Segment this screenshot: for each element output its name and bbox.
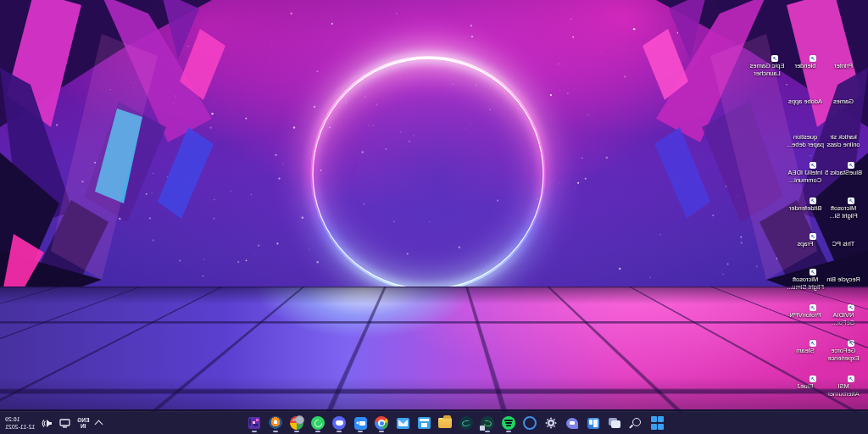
desktop-icon-label: Steam [786,348,825,355]
steam-icon[interactable] [289,415,305,432]
running-indicator [507,431,512,432]
mirrored-windows-desktop[interactable]: Printer↗blender↗Epic Games LauncherGames… [0,0,868,434]
desktop-icon-label: kartick sir online class [824,134,863,148]
spotify-icon[interactable] [501,415,517,432]
blender-icon: ↗ [795,41,815,61]
running-indicator [337,431,342,432]
desktop-icon-label: question paper debe... [786,134,825,148]
desktop-icon-label: This PC [824,241,863,248]
task-view-icon[interactable] [607,415,623,432]
language-indicator[interactable]: ENG IN [77,417,89,429]
pixel-app-icon[interactable] [247,415,263,432]
search-icon[interactable] [628,415,644,432]
running-indicator [316,431,321,432]
taskbar[interactable]: ENG IN 16:29 12-11-2021 [0,411,868,434]
shortcut-arrow-badge: ↗ [810,269,816,275]
geforce-experience-icon[interactable] [459,415,475,432]
desktop-icon-label: blender [786,63,825,70]
desktop-icon-label: Adobe apps [786,98,825,106]
recycle-bin-icon [833,254,854,275]
running-indicator [486,431,491,432]
language-line1: ENG [77,417,89,423]
bluej-icon: ↗ [795,361,815,381]
desktop-icon-label: MSI Afterburner [824,383,863,398]
settings-icon[interactable] [543,415,559,432]
adobe-apps-icon [795,76,815,97]
running-indicator [253,431,258,432]
zoom-icon[interactable] [353,415,369,432]
volume-icon[interactable] [42,419,53,428]
desktop-icon-label: GeForce Experience [824,348,863,362]
desktop-icon-protonvpn[interactable]: ↗ProtonVPN [786,290,825,320]
microsoft-flight-simu-icon: ↗ [795,254,815,275]
desktop-icon-label: BlueJ [786,383,825,391]
shortcut-arrow-badge: ↗ [810,162,816,169]
desktop-icon-msi-afterburner[interactable]: ↗MSI Afterburner [824,361,863,398]
desktop-icon-blender[interactable]: ↗blender [786,41,825,70]
desktop-icon-label: Fraps [786,241,825,248]
clock-date: 12-11-2021 [5,423,35,431]
desktop-icon-geforce-experience[interactable]: ↗GeForce Experience [824,326,863,362]
teams-chat-icon[interactable] [565,415,581,432]
microsoft-store-icon[interactable] [416,415,432,432]
desktop-icon-bitdefender[interactable]: ↗Bitdefender [786,183,825,213]
shortcut-arrow-badge: ↗ [848,340,854,347]
desktop-icon-fraps[interactable]: ↗Fraps [786,219,825,248]
running-indicator [295,431,300,432]
kartick-sir-online-class-icon [833,112,854,132]
intellij-idea-community-icon: ↗ [795,147,815,168]
shortcut-arrow-badge: ↗ [810,340,816,347]
desktop-icon-nvidia-geforce[interactable]: ↗NVIDIA GeFor... [824,290,863,326]
shortcut-arrow-badge: ↗ [810,198,816,204]
desktop-icon-label: ProtonVPN [786,312,825,320]
start-button[interactable] [649,415,665,432]
desktop-icon-bluestacks-5[interactable]: ↗BlueStacks 5 [824,147,863,177]
microsoft-flight-simulator-icon: ↗ [833,183,854,203]
desktop-icon-adobe-apps[interactable]: Adobe apps [786,76,825,106]
running-indicator [274,431,279,432]
desktop-icon-bluej[interactable]: ↗BlueJ [786,361,825,391]
desktop-icon-kartick-sir-online-class[interactable]: kartick sir online class [824,112,863,148]
desktop-icon-label: IntelliJ IDEA Communi... [786,170,825,184]
desktop-icon-question-paper-doc[interactable]: question paper debe... [786,112,825,148]
desktop-icon-printer[interactable]: Printer [824,41,863,70]
geforce-experience-icon: ↗ [833,326,854,346]
whatsapp-icon[interactable] [310,415,326,432]
desktop-icon-label: Recycle Bin [824,276,863,284]
desktop-icon-intellij-idea-community[interactable]: ↗IntelliJ IDEA Communi... [786,147,825,184]
language-line2: IN [77,423,89,429]
epic-games-launcher-icon: ↗ [757,41,777,61]
desktop-icon-microsoft-flight-simulator[interactable]: ↗Microsoft Flight Si... [824,183,863,220]
desktop-icon-label: Microsoft Flight Si... [824,205,863,220]
desktop-icon-this-pc[interactable]: This PC [824,219,863,248]
shortcut-arrow-badge: ↗ [848,376,854,382]
chrome-icon[interactable] [374,415,390,432]
games-icon [833,76,854,97]
shortcut-arrow-badge: ↗ [810,55,816,62]
desktop-icon-steam[interactable]: ↗Steam [786,326,825,355]
shortcut-arrow-badge: ↗ [810,304,816,311]
desktop-icon-microsoft-flight-simu[interactable]: ↗Microsoft Flight Simu... [786,254,825,291]
network-icon[interactable] [59,419,70,428]
floor-shading [0,287,868,412]
bitdefender-icon: ↗ [795,183,815,203]
shortcut-arrow-badge: ↗ [848,198,854,204]
question-paper-doc-icon [795,112,815,132]
desktop-icon-epic-games-launcher[interactable]: ↗Epic Games Launcher [748,41,787,77]
clock-time: 16:29 [5,415,35,423]
clock[interactable]: 16:29 12-11-2021 [5,415,35,431]
shortcut-arrow-badge: ↗ [810,376,816,382]
blender-icon[interactable] [268,415,284,432]
nvidia-geforce-icon[interactable] [480,415,496,432]
desktop-icon-recycle-bin[interactable]: Recycle Bin [824,254,863,284]
file-explorer-icon[interactable] [437,415,453,432]
mail-icon[interactable] [395,415,411,432]
ring-app-icon[interactable] [522,415,538,432]
shortcut-arrow-badge: ↗ [771,55,778,62]
discord-icon[interactable] [331,415,348,432]
fraps-icon: ↗ [795,219,815,239]
hidden-icons-chevron-icon[interactable] [95,420,103,429]
desktop-icon-games[interactable]: Games [824,76,863,106]
widgets-icon[interactable] [586,415,602,432]
desktop-icon-label: Games [824,98,863,106]
